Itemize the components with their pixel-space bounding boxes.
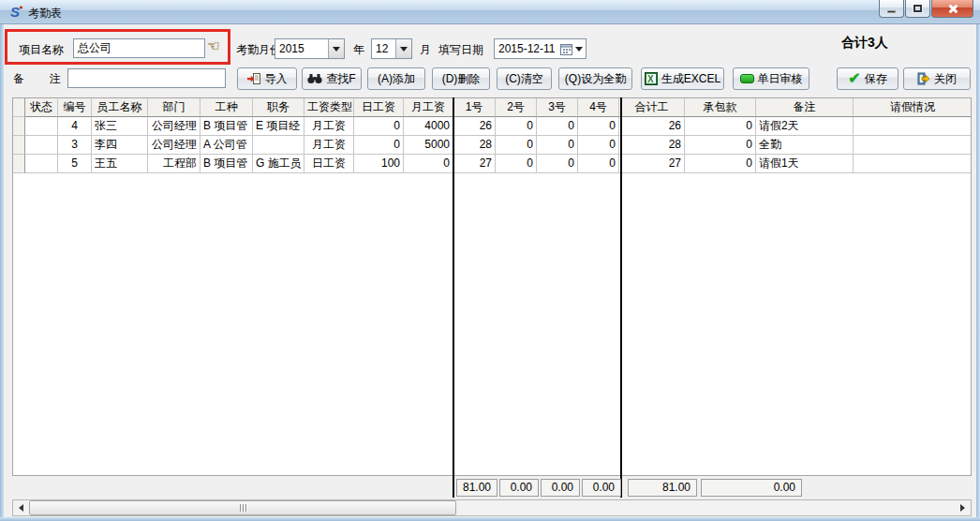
table-cell[interactable]: 3 [58,136,92,155]
table-cell[interactable]: 全勤 [756,136,854,155]
table-cell[interactable]: 公司经理 [148,136,200,155]
column-header[interactable]: 4号 [578,98,619,117]
column-header[interactable]: 请假情况 [854,98,972,117]
table-cell[interactable] [854,117,972,136]
scroll-right-button[interactable] [955,500,971,515]
close-window-button[interactable]: 关闭 [903,67,971,90]
table-cell[interactable] [25,117,58,136]
column-header[interactable]: 状态 [25,98,58,117]
close-button[interactable] [931,0,973,18]
column-header[interactable]: 日工资 [354,98,404,117]
table-cell[interactable] [253,136,304,155]
table-cell[interactable]: 请假2天 [756,117,854,136]
table-cell[interactable] [25,155,58,173]
clear-button[interactable]: (C)清空 [497,67,552,90]
table-cell[interactable] [854,136,972,155]
table-cell[interactable]: 26 [619,117,685,136]
table-cell[interactable]: 26 [453,117,496,136]
column-header[interactable]: 承包款 [685,98,756,117]
table-cell[interactable]: 公司经理 [148,117,200,136]
table-cell[interactable]: 请假1天 [756,155,854,173]
table-cell[interactable] [25,136,58,155]
save-button[interactable]: ✔ 保存 [837,67,898,90]
daily-audit-button[interactable]: 单日审核 [733,67,809,90]
import-button[interactable]: 导入 [237,67,297,90]
table-cell[interactable]: 0 [496,155,537,173]
table-cell[interactable]: 王五 [92,155,148,173]
table-cell[interactable]: 5 [58,155,92,173]
table-cell[interactable]: 0 [685,136,756,155]
column-header[interactable]: 备注 [756,98,854,117]
set-full-attendance-button[interactable]: (Q)设为全勤 [558,67,632,90]
table-cell[interactable]: 0 [404,155,453,173]
table-cell[interactable]: 27 [453,155,496,173]
year-select-arrow[interactable] [328,39,344,58]
table-cell[interactable]: 0 [537,155,578,173]
table-cell[interactable]: 李四 [92,136,148,155]
table-cell[interactable]: 0 [685,155,756,173]
table-cell[interactable]: 28 [619,136,685,155]
column-header[interactable]: 2号 [496,98,537,117]
table-cell[interactable]: 0 [537,117,578,136]
column-header[interactable]: 工种 [200,98,253,117]
hand-pointer-icon[interactable]: ☜ [207,37,219,54]
title-bar[interactable]: S 考勤表 [0,0,980,24]
date-picker[interactable]: 2015-12-11 [494,38,587,59]
delete-button[interactable]: (D)删除 [432,67,490,90]
column-header[interactable]: 月工资 [404,98,453,117]
row-indicator[interactable] [13,98,25,117]
row-indicator[interactable] [13,155,25,173]
year-select[interactable]: 2015 [275,38,345,59]
table-cell[interactable]: 4000 [404,117,453,136]
table-cell[interactable]: 0 [496,117,537,136]
table-cell[interactable]: 0 [537,136,578,155]
table-cell[interactable]: 4 [58,117,92,136]
column-header[interactable]: 编号 [58,98,92,117]
column-header[interactable]: 工资类型 [304,98,354,117]
table-cell[interactable]: 张三 [92,117,148,136]
scrollbar-thumb[interactable] [29,500,456,515]
table-cell[interactable]: 0 [685,117,756,136]
row-indicator[interactable] [13,117,25,136]
column-header[interactable]: 职务 [253,98,304,117]
table-cell[interactable]: 100 [354,155,404,173]
generate-excel-button[interactable]: X 生成EXCEL [641,67,724,90]
table-cell[interactable]: 0 [578,136,619,155]
table-cell[interactable]: 日工资 [304,155,354,173]
date-dropdown-icon[interactable] [575,47,583,52]
find-button[interactable]: 查找F [302,67,362,90]
maximize-button[interactable] [905,0,930,18]
table-cell[interactable]: B 项目管 [200,117,253,136]
table-cell[interactable]: G 施工员 [253,155,304,173]
row-indicator[interactable] [13,136,25,155]
table-cell[interactable]: E 项目经 [253,117,304,136]
table-cell[interactable]: 0 [354,117,404,136]
table-cell[interactable]: 0 [496,136,537,155]
table-cell[interactable]: 27 [619,155,685,173]
scroll-left-button[interactable] [13,500,29,515]
project-name-input[interactable]: 总公司 [73,38,205,58]
column-header[interactable]: 1号 [453,98,496,117]
table-cell[interactable]: 月工资 [304,136,354,155]
table-cell[interactable]: 0 [354,136,404,155]
minimize-button[interactable] [879,0,904,18]
calendar-icon[interactable] [560,43,572,55]
add-button[interactable]: (A)添加 [367,67,425,90]
month-select[interactable]: 12 [371,38,412,59]
table-cell[interactable] [854,155,972,173]
table-cell[interactable]: A 公司管 [200,136,253,155]
table-cell[interactable]: 月工资 [304,117,354,136]
column-header[interactable]: 合计工 [619,98,685,117]
table-cell[interactable]: 工程部 [148,155,200,173]
column-header[interactable]: 员工名称 [92,98,148,117]
table-cell[interactable]: 0 [578,155,619,173]
horizontal-scrollbar[interactable] [12,499,972,516]
table-cell[interactable]: 5000 [404,136,453,155]
column-header[interactable]: 部门 [148,98,200,117]
table-cell[interactable]: 0 [578,117,619,136]
column-header[interactable]: 3号 [537,98,578,117]
table-cell[interactable]: B 项目管 [200,155,253,173]
note-input[interactable] [67,68,226,88]
month-select-arrow[interactable] [395,39,411,58]
table-cell[interactable]: 28 [453,136,496,155]
